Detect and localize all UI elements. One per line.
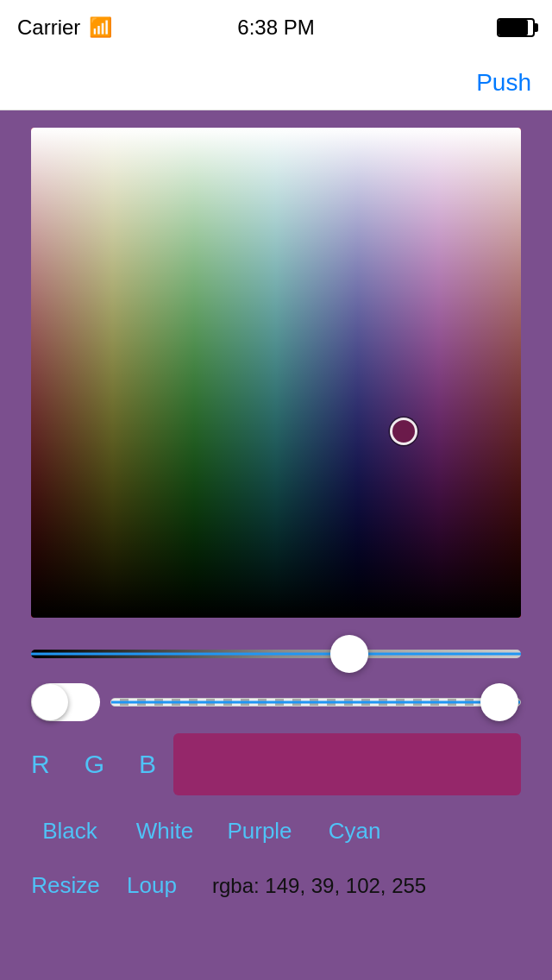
brightness-slider-line [31, 653, 521, 656]
push-button[interactable]: Push [476, 69, 531, 97]
preset-black-button[interactable]: Black [31, 807, 126, 855]
preset-cyan-button[interactable]: Cyan [316, 807, 411, 855]
bottom-row: Resize Loup rgba: 149, 39, 102, 255 [31, 864, 521, 908]
rgb-row: R G B [31, 733, 521, 795]
brightness-thumb[interactable] [330, 635, 368, 673]
opacity-slider-row [31, 683, 521, 721]
red-label: R [31, 750, 50, 779]
nav-bar: Push [0, 55, 552, 110]
toggle-switch[interactable] [31, 683, 100, 721]
gradient-black [31, 128, 521, 618]
loup-button[interactable]: Loup [117, 864, 204, 908]
color-preview [173, 733, 521, 795]
status-time: 6:38 PM [237, 16, 314, 40]
opacity-thumb[interactable] [480, 683, 518, 721]
battery-icon [497, 18, 535, 37]
preset-purple-button[interactable]: Purple [221, 807, 316, 855]
opacity-slider-line [111, 701, 520, 704]
carrier-label: Carrier [17, 16, 80, 40]
sliders-section [31, 635, 521, 721]
preset-white-button[interactable]: White [126, 807, 221, 855]
opacity-track [110, 698, 521, 707]
blue-label: B [139, 750, 156, 779]
green-label: G [85, 750, 104, 779]
main-content: R G B Black White Purple Cyan Resize Lou… [0, 110, 552, 980]
presets-row: Black White Purple Cyan [31, 807, 521, 855]
status-bar: Carrier 📶 6:38 PM [0, 0, 552, 55]
color-picker-canvas[interactable] [31, 128, 521, 618]
brightness-slider-container[interactable] [31, 635, 521, 673]
status-left: Carrier 📶 [17, 16, 112, 40]
wifi-icon: 📶 [89, 16, 112, 39]
brightness-slider-row [31, 635, 521, 673]
opacity-slider-container[interactable] [110, 683, 521, 721]
rgb-labels: R G B [31, 750, 156, 779]
color-cursor[interactable] [390, 418, 417, 445]
brightness-track [31, 650, 521, 658]
color-canvas [31, 128, 521, 618]
rgba-value: rgba: 149, 39, 102, 255 [212, 874, 426, 898]
toggle-knob [32, 684, 68, 720]
battery-fill [499, 20, 528, 35]
resize-button[interactable]: Resize [31, 864, 117, 908]
